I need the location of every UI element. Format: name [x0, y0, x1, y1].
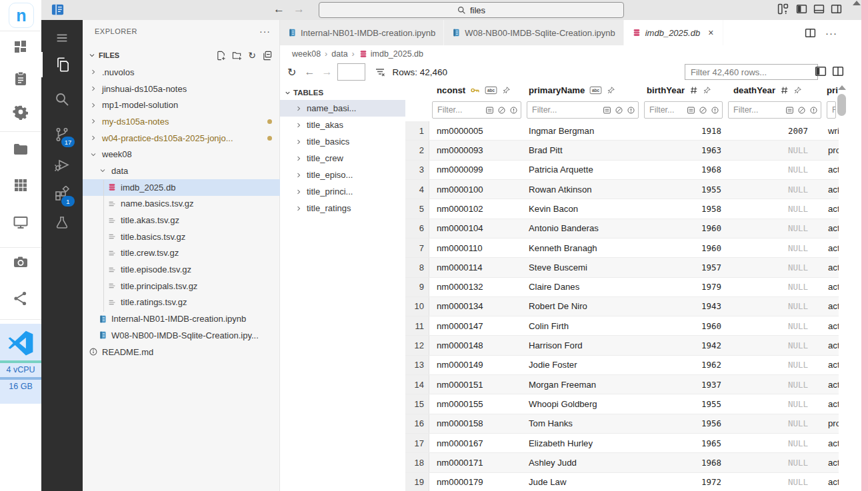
- files-section-header[interactable]: FILES ↻: [83, 48, 280, 63]
- filter-error-icon[interactable]: [626, 106, 636, 115]
- refresh-icon[interactable]: ↻: [287, 66, 296, 79]
- filter-error-icon[interactable]: [710, 106, 720, 115]
- vscode-app-item[interactable]: 4 vCPU 16 GB: [0, 324, 41, 404]
- tree-item[interactable]: Internal-NB01-IMDB-creation.ipynb: [83, 310, 280, 327]
- tree-item[interactable]: W08-NB00-IMDB-Sqlite-Creation.ipy...: [83, 327, 280, 344]
- customize-layout-icon[interactable]: [777, 3, 789, 15]
- sidebar-item-testing[interactable]: [41, 211, 83, 236]
- table-list-item-title_akas[interactable]: title_akas: [280, 117, 405, 133]
- grid-filter-input[interactable]: [685, 64, 818, 80]
- table-list-item-title_princi...[interactable]: title_princi...: [280, 183, 405, 200]
- more-actions-icon[interactable]: ···: [825, 27, 837, 39]
- table-list-item-title_basics[interactable]: title_basics: [280, 133, 405, 150]
- table-row[interactable]: 11nm0000147Colin Firth1960NULLact: [405, 316, 839, 336]
- table-row[interactable]: 7nm0000110Kenneth Branagh1960NULLact: [405, 239, 839, 258]
- tree-item[interactable]: title.akas.tsv.gz: [83, 212, 280, 229]
- new-folder-icon[interactable]: [232, 51, 242, 61]
- apps-icon[interactable]: [0, 39, 41, 55]
- menu-icon[interactable]: [41, 25, 83, 51]
- filter-input[interactable]: [433, 105, 485, 115]
- column-header-primaryName[interactable]: primaryNameabc: [524, 85, 641, 95]
- share-icon[interactable]: [0, 290, 41, 306]
- forward-icon[interactable]: →: [293, 3, 305, 16]
- grid-scrollbar-thumb[interactable]: [837, 94, 846, 116]
- table-row[interactable]: 10nm0000134Robert De Niro1943NULLact: [405, 297, 839, 316]
- column-header-birthYear[interactable]: birthYear: [641, 85, 725, 95]
- table-list-item-name_basi...[interactable]: name_basi...: [280, 100, 405, 117]
- table-row[interactable]: 12nm0000148Harrison Ford1942NULLact: [405, 336, 839, 355]
- tree-item[interactable]: mp1-model-solution: [83, 97, 280, 113]
- column-header-deathYear[interactable]: deathYear: [725, 85, 824, 95]
- folder-icon[interactable]: [0, 141, 41, 157]
- table-row[interactable]: 2nm0000093Brad Pitt1963NULLpro: [405, 141, 839, 160]
- table-row[interactable]: 18nm0000171Ashley Judd1968NULLact: [405, 453, 839, 472]
- tree-item[interactable]: .nuvolos: [83, 64, 280, 81]
- camera-icon[interactable]: [0, 254, 41, 270]
- back-icon[interactable]: ←: [304, 66, 315, 78]
- monitor-icon[interactable]: [0, 215, 41, 231]
- table-row[interactable]: 8nm0000114Steve Buscemi1957NULLact: [405, 258, 839, 277]
- tree-item[interactable]: title.crew.tsv.gz: [83, 245, 280, 262]
- forward-icon[interactable]: →: [321, 66, 332, 78]
- collapse-all-icon[interactable]: [262, 51, 272, 61]
- filter-input[interactable]: [527, 105, 602, 115]
- workspace-icon[interactable]: [51, 3, 65, 17]
- table-row[interactable]: 19nm0000179Jude Law1972NULLact: [405, 473, 839, 491]
- table-row[interactable]: 5nm0000102Kevin Bacon1958NULLact: [405, 199, 839, 219]
- filter-exclude-icon[interactable]: [797, 106, 807, 115]
- tree-item[interactable]: data: [83, 163, 280, 179]
- scroll-up-icon[interactable]: [853, 1, 861, 5]
- toggle-left-pane-icon[interactable]: [815, 65, 827, 77]
- back-icon[interactable]: ←: [273, 3, 285, 16]
- toggle-secondary-sidebar-icon[interactable]: [831, 3, 842, 15]
- table-row[interactable]: 14nm0000151Morgan Freeman1937NULLact: [405, 375, 839, 394]
- breadcrumb-item[interactable]: week08: [292, 49, 321, 59]
- filter-exclude-icon[interactable]: [698, 106, 708, 115]
- sidebar-item-source-control[interactable]: 17: [41, 122, 83, 147]
- tree-item[interactable]: title.ratings.tsv.gz: [83, 294, 280, 311]
- sidebar-item-run-debug[interactable]: [41, 152, 83, 177]
- nuvolos-logo[interactable]: n: [9, 3, 34, 28]
- sidebar-item-explorer[interactable]: [41, 52, 83, 77]
- filter-input[interactable]: [827, 105, 835, 115]
- refresh-icon[interactable]: ↻: [248, 50, 256, 61]
- tree-item[interactable]: title.principals.tsv.gz: [83, 278, 280, 294]
- settings-icon[interactable]: [0, 104, 41, 120]
- toggle-panel-icon[interactable]: [813, 3, 825, 15]
- tab-imdb_2025.db[interactable]: imdb_2025.db×: [624, 20, 724, 45]
- tree-item[interactable]: title.episode.tsv.gz: [83, 261, 280, 278]
- filter-mode-icon[interactable]: [686, 106, 696, 115]
- search-input[interactable]: files: [319, 2, 624, 18]
- toggle-split-pane-icon[interactable]: [832, 65, 844, 77]
- tree-item[interactable]: week08: [83, 146, 280, 163]
- tree-item[interactable]: title.basics.tsv.gz: [83, 229, 280, 245]
- table-row[interactable]: 1nm0000005Ingmar Bergman19182007wri: [405, 121, 839, 141]
- new-file-icon[interactable]: [216, 51, 226, 61]
- page-input[interactable]: [337, 63, 365, 81]
- filter-exclude-icon[interactable]: [497, 106, 507, 115]
- clear-filters-icon[interactable]: [375, 67, 385, 77]
- filter-error-icon[interactable]: [809, 106, 819, 115]
- table-row[interactable]: 16nm0000158Tom Hanks1956NULLpro: [405, 414, 839, 434]
- breadcrumb-item[interactable]: data: [331, 49, 347, 59]
- filter-mode-icon[interactable]: [602, 106, 612, 115]
- filter-input[interactable]: [729, 105, 785, 115]
- table-icon[interactable]: [0, 177, 41, 193]
- breadcrumb-item[interactable]: imdb_2025.db: [371, 49, 423, 59]
- table-list-item-title_crew[interactable]: title_crew: [280, 150, 405, 167]
- table-row[interactable]: 13nm0000149Jodie Foster1962NULLact: [405, 356, 839, 375]
- filter-mode-icon[interactable]: [485, 106, 495, 115]
- toggle-sidebar-icon[interactable]: [796, 3, 807, 15]
- table-list-item-title_episo...[interactable]: title_episo...: [280, 167, 405, 183]
- table-row[interactable]: 6nm0000104Antonio Banderas1960NULLact: [405, 219, 839, 239]
- tree-item[interactable]: name.basics.tsv.gz: [83, 196, 280, 213]
- table-row[interactable]: 17nm0000167Elizabeth Hurley1965NULLact: [405, 434, 839, 453]
- tab-W08-NB00-IMDB-Sqlite-Creation.ipynb[interactable]: W08-NB00-IMDB-Sqlite-Creation.ipynb: [444, 20, 623, 45]
- split-editor-icon[interactable]: [805, 27, 816, 39]
- more-actions-icon[interactable]: ···: [259, 26, 271, 37]
- filter-error-icon[interactable]: [509, 106, 519, 115]
- pin-icon[interactable]: [502, 86, 511, 95]
- tree-item[interactable]: README.md: [83, 344, 280, 360]
- tree-item[interactable]: w04-practice-ds105a-2025-jonjo...: [83, 130, 280, 147]
- tab-Internal-NB01-IMDB-creation.ipynb[interactable]: Internal-NB01-IMDB-creation.ipynb: [280, 20, 444, 45]
